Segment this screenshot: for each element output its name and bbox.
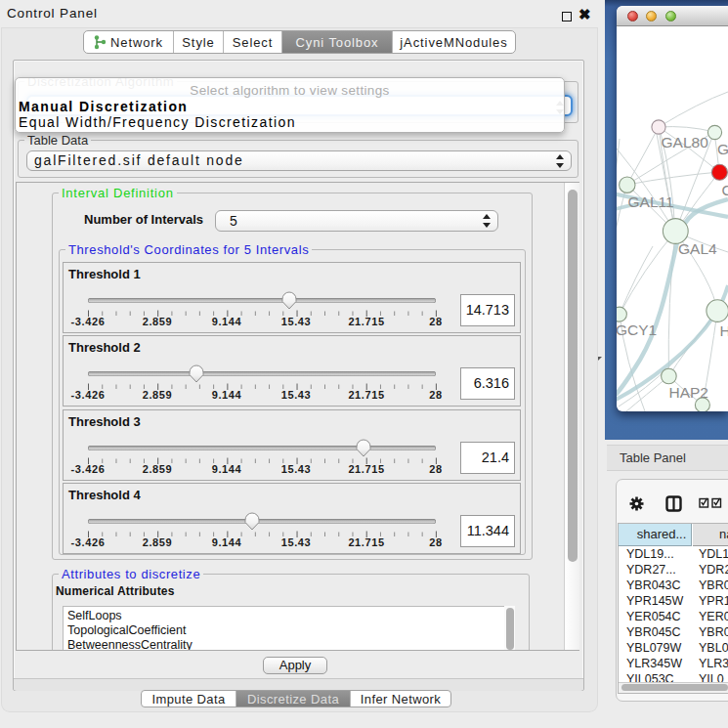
svg-text:GAL4: GAL4 [678,240,717,257]
svg-text:GA: GA [717,141,728,157]
svg-text:GAL80: GAL80 [662,134,709,150]
svg-text:GCY1: GCY1 [617,321,657,338]
svg-text:HAP2: HAP2 [669,384,709,401]
svg-text:C: C [722,182,728,198]
svg-text:H: H [720,322,728,339]
svg-text:GAL11: GAL11 [628,193,674,210]
